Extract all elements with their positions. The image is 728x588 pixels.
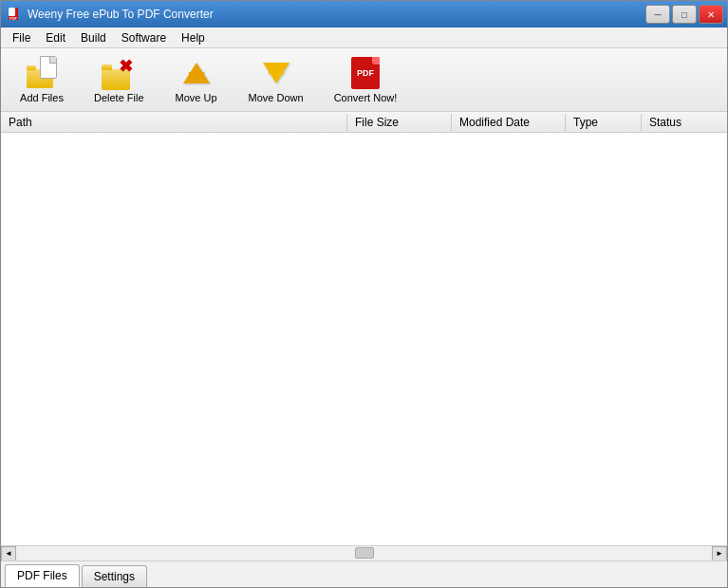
convert-now-icon: PDF <box>348 56 383 90</box>
menu-help[interactable]: Help <box>174 29 213 46</box>
svg-rect-1 <box>9 8 15 16</box>
window-title: Weeny Free ePub To PDF Converter <box>28 8 214 21</box>
col-header-filesize: File Size <box>347 114 452 131</box>
tabs-bar: PDF Files Settings <box>1 560 727 587</box>
scroll-right-button[interactable]: ► <box>712 546 727 561</box>
menu-bar: File Edit Build Software Help <box>1 28 727 48</box>
move-down-label: Move Down <box>249 92 304 103</box>
delete-file-label: Delete File <box>94 92 144 103</box>
horizontal-scrollbar[interactable]: ◄ ► <box>1 545 727 560</box>
menu-software[interactable]: Software <box>114 29 174 46</box>
move-up-button[interactable]: Move Up <box>163 52 230 107</box>
move-up-icon <box>179 56 214 90</box>
move-down-icon <box>259 56 293 90</box>
app-icon: PDF <box>7 7 22 22</box>
title-bar: PDF Weeny Free ePub To PDF Converter ─ □… <box>1 1 727 28</box>
add-files-label: Add Files <box>20 92 64 103</box>
toolbar: Add Files ✖ Delete File Move Up Move Dow… <box>1 48 727 112</box>
table-body <box>1 133 727 545</box>
convert-now-label: Convert Now! <box>334 92 398 103</box>
move-up-label: Move Up <box>176 92 217 103</box>
tab-pdf-files[interactable]: PDF Files <box>5 564 80 587</box>
window-controls: ─ □ ✕ <box>645 5 723 24</box>
tab-settings[interactable]: Settings <box>82 565 147 587</box>
col-header-status: Status <box>642 114 727 131</box>
convert-now-button[interactable]: PDF Convert Now! <box>323 52 409 107</box>
title-bar-left: PDF Weeny Free ePub To PDF Converter <box>7 7 214 22</box>
menu-edit[interactable]: Edit <box>38 29 73 46</box>
table-header: Path File Size Modified Date Type Status <box>1 112 727 133</box>
scroll-track[interactable] <box>16 546 712 561</box>
add-files-button[interactable]: Add Files <box>9 52 75 107</box>
menu-file[interactable]: File <box>5 29 38 46</box>
main-window: PDF Weeny Free ePub To PDF Converter ─ □… <box>0 0 728 588</box>
add-files-icon <box>25 56 59 90</box>
col-header-type: Type <box>566 114 642 131</box>
delete-file-button[interactable]: ✖ Delete File <box>83 52 156 107</box>
scroll-thumb[interactable] <box>355 547 374 559</box>
svg-text:PDF: PDF <box>9 16 18 21</box>
maximize-button[interactable]: □ <box>672 5 697 24</box>
menu-build[interactable]: Build <box>73 29 114 46</box>
delete-file-icon: ✖ <box>102 56 136 90</box>
content-area: Path File Size Modified Date Type Status… <box>1 112 727 560</box>
minimize-button[interactable]: ─ <box>645 5 670 24</box>
col-header-path: Path <box>1 114 347 131</box>
scroll-left-button[interactable]: ◄ <box>1 546 16 561</box>
close-button[interactable]: ✕ <box>699 5 723 24</box>
col-header-modified: Modified Date <box>452 114 566 131</box>
move-down-button[interactable]: Move Down <box>237 52 315 107</box>
